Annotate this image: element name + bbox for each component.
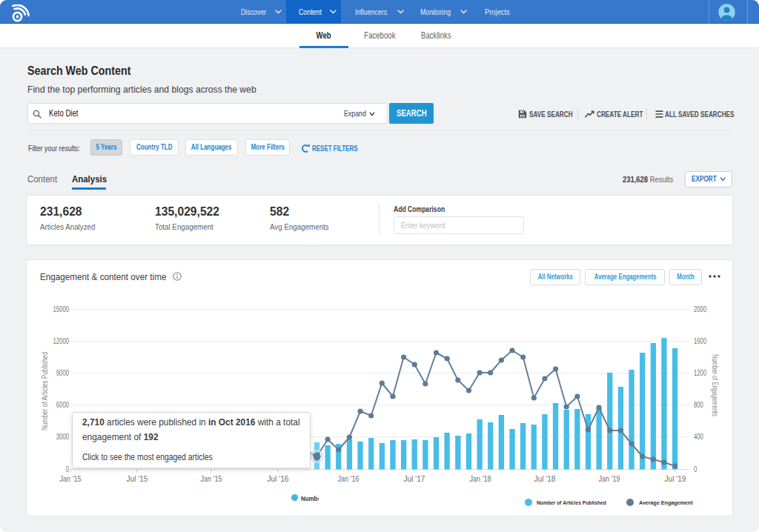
svg-text:Jul '18: Jul '18 <box>534 475 556 483</box>
svg-text:Jan '18: Jan '18 <box>470 475 491 483</box>
svg-text:15000: 15000 <box>53 305 70 313</box>
svg-text:2000: 2000 <box>694 305 707 313</box>
svg-text:1600: 1600 <box>694 337 707 345</box>
svg-text:Jul '17: Jul '17 <box>404 475 425 483</box>
svg-text:3000: 3000 <box>56 433 70 441</box>
svg-text:800: 800 <box>694 401 703 409</box>
svg-text:Jan '15: Jan '15 <box>201 475 222 483</box>
svg-text:0: 0 <box>66 465 70 473</box>
svg-text:Number of Engagements: Number of Engagements <box>711 354 719 416</box>
svg-text:Jul '15: Jul '15 <box>127 475 148 483</box>
svg-text:Number of Articles Published: Number of Articles Published <box>41 352 49 430</box>
svg-text:Jan '16: Jan '16 <box>338 475 359 483</box>
svg-text:9000: 9000 <box>56 369 70 377</box>
svg-text:Jan '19: Jan '19 <box>599 475 620 483</box>
svg-text:Jan '15: Jan '15 <box>60 475 82 483</box>
svg-text:400: 400 <box>694 433 703 441</box>
svg-text:Jul '19: Jul '19 <box>665 475 686 483</box>
svg-text:1200: 1200 <box>694 369 707 377</box>
svg-text:Jul '16: Jul '16 <box>268 475 289 483</box>
svg-text:0: 0 <box>694 465 697 473</box>
svg-text:12000: 12000 <box>53 337 70 345</box>
svg-text:6000: 6000 <box>56 401 70 409</box>
